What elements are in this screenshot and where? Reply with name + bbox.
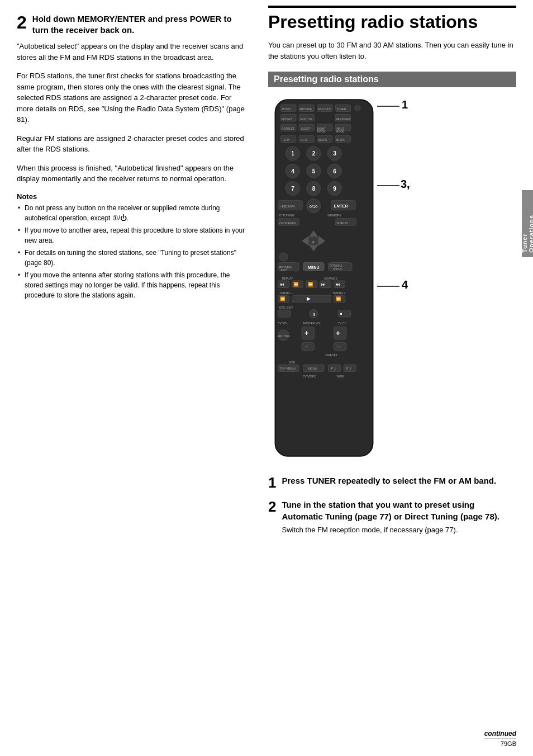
svg-text:■: ■: [340, 311, 342, 315]
note-item-1: Do not press any button on the receiver …: [17, 203, 246, 223]
footer: continued 79GB: [484, 730, 516, 747]
svg-text:SLEEP: SLEEP: [301, 127, 311, 130]
callout-svg: 1 3,5 4: [377, 96, 411, 320]
svg-text:PHONO: PHONO: [282, 117, 292, 121]
section-bar: Presetting radio stations: [268, 72, 516, 87]
svg-text:9: 9: [333, 186, 336, 192]
notes-list: Do not press any button on the receiver …: [17, 203, 246, 300]
side-tab: Tuner Operations: [522, 190, 533, 257]
step2-para4: When this process is finished, "Autobeti…: [17, 163, 246, 185]
svg-text:MD/TAPE: MD/TAPE: [299, 107, 312, 111]
remote-image: TV/SAT MD/TAPE SA-CD/CD TUNER PHONO MULT…: [268, 96, 380, 461]
svg-text:DISPLAY: DISPLAY: [337, 221, 349, 225]
svg-text:TV/VIDEO: TV/VIDEO: [303, 375, 316, 378]
page-number: 79GB: [501, 740, 516, 747]
steps-section: 1 Press TUNER repeatedly to select the F…: [268, 475, 516, 535]
svg-text:⊕: ⊕: [312, 240, 315, 244]
note-item-3: For details on tuning the stored station…: [17, 248, 246, 268]
notes-heading: Notes: [17, 192, 246, 201]
svg-text:TUNER: TUNER: [337, 107, 347, 111]
svg-text:DISC SKIP: DISC SKIP: [279, 306, 293, 309]
svg-text:ON SCREEN: ON SCREEN: [279, 221, 296, 225]
svg-text:ENTER: ENTER: [334, 204, 349, 209]
svg-text:(CLEAR): (CLEAR): [284, 205, 295, 208]
step2-item: 2 Tune in the station that you want to p…: [268, 499, 516, 536]
svg-text:MODE: MODE: [317, 130, 326, 133]
svg-point-5: [355, 105, 360, 111]
svg-text:RECEIVER: RECEIVER: [336, 117, 350, 121]
svg-text:1: 1: [291, 150, 294, 157]
svg-text:WIDE: WIDE: [337, 375, 345, 378]
svg-text:TV/SAT: TV/SAT: [282, 107, 291, 111]
svg-text:DVD: DVD: [289, 361, 296, 364]
step2-para1: "Autobetical select" appears on the disp…: [17, 41, 246, 63]
remote-svg: TV/SAT MD/TAPE SA-CD/CD TUNER PHONO MULT…: [268, 96, 380, 460]
svg-text:ADVANCE: ADVANCE: [324, 277, 337, 280]
svg-rect-118: [334, 342, 347, 351]
svg-text:⏮: ⏮: [280, 282, 284, 287]
main-title: Presetting radio stations: [268, 6, 516, 32]
step2-heading: 2 Hold down MEMORY/ENTER and press POWER…: [17, 13, 246, 35]
svg-text:A.DIRECT: A.DIRECT: [282, 127, 294, 130]
svg-text:EXIT: EXIT: [281, 268, 287, 272]
step2-num: 2: [268, 499, 276, 515]
svg-rect-113: [302, 342, 315, 351]
left-column: 2 Hold down MEMORY/ENTER and press POWER…: [0, 0, 257, 756]
svg-text:2CH: 2CH: [284, 138, 289, 141]
svg-text:MASTER VOL: MASTER VOL: [303, 322, 321, 325]
svg-text:4: 4: [291, 168, 294, 174]
step1-content: Press TUNER repeatedly to select the FM …: [282, 475, 516, 489]
svg-text:5: 5: [312, 168, 316, 174]
svg-text:⏪: ⏪: [293, 282, 299, 287]
svg-text:F 2: F 2: [346, 366, 352, 370]
svg-text:MENU: MENU: [308, 266, 319, 270]
svg-text:–: –: [305, 344, 308, 349]
svg-text:MULTI IN: MULTI IN: [301, 117, 312, 121]
svg-text:7: 7: [291, 186, 294, 192]
svg-text:TV VOL: TV VOL: [278, 322, 288, 325]
svg-text:TUNING –: TUNING –: [279, 291, 293, 295]
svg-text:⏭: ⏭: [321, 282, 326, 287]
svg-text:–: –: [337, 344, 340, 349]
step1-num: 1: [268, 475, 276, 491]
svg-text:A.F.D.: A.F.D.: [301, 138, 308, 141]
svg-text:SA-CD/CD: SA-CD/CD: [318, 107, 332, 111]
note-item-2: If you move to another area, repeat this…: [17, 225, 246, 245]
svg-text:3,5: 3,5: [401, 178, 411, 190]
svg-text:+: +: [336, 329, 340, 337]
right-column: Presetting radio stations You can preset…: [257, 0, 533, 756]
svg-text:⏩: ⏩: [308, 282, 313, 287]
step2-number: 2: [17, 13, 27, 31]
svg-text:TOP MENU: TOP MENU: [279, 367, 296, 370]
step2-title: Hold down MEMORY/ENTER and press POWER t…: [32, 13, 246, 35]
svg-text:2: 2: [312, 150, 316, 157]
note-item-4: If you move the antenna after storing st…: [17, 270, 246, 300]
svg-text:REPLAY: REPLAY: [282, 277, 293, 280]
svg-text:8: 8: [312, 186, 316, 192]
svg-text:MOVIE: MOVIE: [318, 138, 328, 141]
svg-text:⏭: ⏭: [336, 282, 340, 287]
svg-text:⏩: ⏩: [336, 296, 341, 301]
svg-text:3: 3: [333, 150, 336, 157]
svg-text:MENU: MENU: [308, 367, 317, 370]
svg-text:TUNING +: TUNING +: [332, 291, 346, 295]
svg-rect-95: [292, 295, 331, 303]
svg-rect-101: [278, 310, 291, 318]
step2-desc-r: Switch the FM reception mode, if necessa…: [282, 525, 516, 536]
svg-text:▶: ▶: [307, 296, 311, 301]
remote-container: TV/SAT MD/TAPE SA-CD/CD TUNER PHONO MULT…: [268, 96, 516, 461]
svg-text:1: 1: [402, 98, 408, 111]
svg-text:+: +: [304, 329, 308, 337]
main-title-sub: You can preset up to 30 FM and 30 AM sta…: [268, 40, 516, 62]
step2-para3: Regular FM stations are assigned 2-chara…: [17, 133, 246, 155]
step2-para2: For RDS stations, the tuner first checks…: [17, 70, 246, 125]
step1-item: 1 Press TUNER repeatedly to select the F…: [268, 475, 516, 491]
svg-text:0/10: 0/10: [310, 204, 318, 209]
svg-text:MUSIC: MUSIC: [336, 138, 345, 141]
svg-text:MODE: MODE: [336, 130, 345, 133]
svg-text:⏪: ⏪: [280, 296, 285, 301]
step2-content: Tune in the station that you want to pre…: [282, 499, 516, 536]
svg-text:MEMORY: MEMORY: [327, 214, 341, 217]
svg-text:TOOLS: TOOLS: [332, 267, 342, 271]
svg-text:6: 6: [333, 168, 336, 174]
